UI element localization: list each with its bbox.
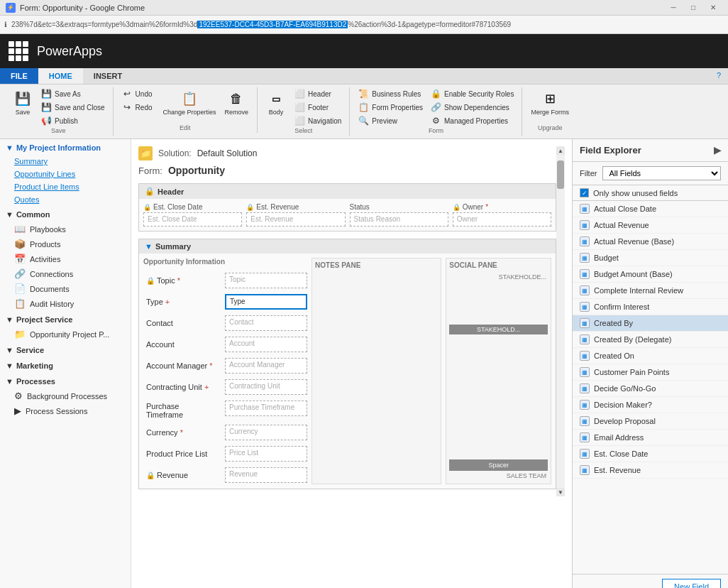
sidebar-item-opportunity-lines[interactable]: Opportunity Lines xyxy=(0,168,131,180)
form-properties-button[interactable]: 📋 Form Properties xyxy=(355,101,425,114)
preview-button[interactable]: 🔍 Preview xyxy=(355,114,425,127)
field-row-price-list[interactable]: Product Price List Price List xyxy=(143,445,307,463)
field-row-contracting-unit[interactable]: Contracting Unit + Contracting Unit xyxy=(143,378,307,396)
help-button[interactable]: ? xyxy=(710,68,728,84)
field-row-purchase-timeframe[interactable]: PurchaseTimeframe Purchase Timeframe xyxy=(143,399,307,420)
sidebar-item-products[interactable]: 📦 Products xyxy=(0,236,131,251)
fe-item-actual-close-date[interactable]: ▦ Actual Close Date xyxy=(573,201,728,217)
show-dependencies-button[interactable]: 🔗 Show Dependencies xyxy=(428,101,516,114)
change-properties-button[interactable]: 📋 Change Properties xyxy=(160,87,219,118)
fe-filter-select[interactable]: All Fields xyxy=(602,166,721,180)
address-text[interactable]: 238%7d&etc=3&extraqs=formtype%3dmain%26f… xyxy=(11,21,724,28)
footer-button[interactable]: ⬜ Footer xyxy=(292,101,343,114)
sidebar-item-process-sessions[interactable]: ▶ Process Sessions xyxy=(0,403,131,418)
status-input[interactable]: Status Reason xyxy=(350,212,448,227)
new-field-button[interactable]: New Field xyxy=(662,579,721,588)
fe-item-develop-proposal[interactable]: ▦ Develop Proposal xyxy=(573,413,728,430)
sidebar-item-background-processes[interactable]: ⚙ Background Processes xyxy=(0,388,131,403)
account-manager-input[interactable]: Account Manager xyxy=(225,358,307,374)
sidebar-item-audit-history[interactable]: 📋 Audit History xyxy=(0,296,131,311)
fe-item-decide-go-no-go[interactable]: ▦ Decide Go/No-Go xyxy=(573,381,728,397)
field-explorer-collapse[interactable]: ▶ xyxy=(714,145,721,156)
field-status[interactable]: Status Status Reason xyxy=(350,203,448,227)
scroll-thumb[interactable] xyxy=(557,160,564,189)
business-rules-button[interactable]: 📜 Business Rules xyxy=(355,87,425,100)
est-revenue-input[interactable]: Est. Revenue xyxy=(246,212,345,227)
body-button[interactable]: ▭ Body xyxy=(263,87,289,118)
fe-checkbox[interactable]: ✓ xyxy=(580,188,589,197)
fe-item-est-close-date[interactable]: ▦ Est. Close Date xyxy=(573,446,728,462)
field-row-currency[interactable]: Currency * Currency xyxy=(143,423,307,442)
sidebar-item-playbooks[interactable]: 📖 Playbooks xyxy=(0,222,131,236)
contracting-unit-input[interactable]: Contracting Unit xyxy=(225,379,307,395)
sidebar-marketing-header[interactable]: ▼ Marketing xyxy=(0,357,131,373)
revenue-input[interactable]: Revenue xyxy=(225,467,307,483)
sidebar-item-opportunity-project[interactable]: 📁 Opportunity Project P... xyxy=(0,327,131,342)
field-est-revenue[interactable]: 🔒 Est. Revenue Est. Revenue xyxy=(246,203,345,227)
undo-button[interactable]: ↩ Undo xyxy=(119,87,155,100)
navigation-button[interactable]: ⬜ Navigation xyxy=(292,114,343,127)
sidebar-project-header[interactable]: ▼ My Project Information xyxy=(0,139,131,155)
close-button[interactable]: ✕ xyxy=(704,1,722,14)
minimize-button[interactable]: ─ xyxy=(664,1,683,14)
sidebar-processes-header[interactable]: ▼ Processes xyxy=(0,373,131,388)
fe-item-created-on[interactable]: ▦ Created On xyxy=(573,348,728,364)
merge-forms-button[interactable]: ⊞ Merge Forms xyxy=(528,87,572,118)
sidebar-item-activities[interactable]: 📅 Activities xyxy=(0,251,131,266)
waffle-menu[interactable] xyxy=(9,41,28,61)
fe-item-complete-internal-review[interactable]: ▦ Complete Internal Review xyxy=(573,283,728,299)
field-est-close-date[interactable]: 🔒 Est. Close Date Est. Close Date xyxy=(143,203,242,227)
fe-item-decision-maker[interactable]: ▦ Decision Maker? xyxy=(573,397,728,413)
field-row-account[interactable]: Account Account xyxy=(143,335,307,354)
fe-item-actual-revenue-base[interactable]: ▦ Actual Revenue (Base) xyxy=(573,234,728,250)
purchase-timeframe-input[interactable]: Purchase Timeframe xyxy=(225,401,307,416)
fe-item-actual-revenue[interactable]: ▦ Actual Revenue xyxy=(573,217,728,234)
est-close-date-input[interactable]: Est. Close Date xyxy=(143,212,242,227)
sidebar-item-summary[interactable]: Summary xyxy=(0,155,131,168)
form-scrollbar[interactable]: ▲ ▼ xyxy=(556,146,565,496)
sidebar-item-product-line-items[interactable]: Product Line Items xyxy=(0,180,131,193)
managed-properties-button[interactable]: ⚙ Managed Properties xyxy=(428,114,516,127)
sidebar-project-service-header[interactable]: ▼ Project Service xyxy=(0,311,131,327)
fe-item-email-address[interactable]: ▦ Email Address xyxy=(573,430,728,446)
field-row-contact[interactable]: Contact Contact xyxy=(143,314,307,332)
owner-input[interactable]: Owner xyxy=(453,212,551,227)
fe-item-budget[interactable]: ▦ Budget xyxy=(573,250,728,266)
contact-input[interactable]: Contact xyxy=(225,315,307,331)
sidebar-item-quotes[interactable]: Quotes xyxy=(0,193,131,206)
scroll-down-arrow[interactable]: ▼ xyxy=(556,488,565,496)
field-row-account-manager[interactable]: Account Manager * Account Manager xyxy=(143,356,307,375)
price-list-input[interactable]: Price List xyxy=(225,446,307,462)
field-row-topic[interactable]: 🔒 Topic * Topic xyxy=(143,271,307,290)
fe-item-created-by-delegate[interactable]: ▦ Created By (Delegate) xyxy=(573,332,728,348)
scroll-up-arrow[interactable]: ▲ xyxy=(556,146,565,155)
field-owner[interactable]: 🔒 Owner * Owner xyxy=(453,203,551,227)
field-row-type[interactable]: Type + Type xyxy=(143,293,307,311)
tab-insert[interactable]: INSERT xyxy=(83,68,133,84)
field-row-revenue[interactable]: 🔒 Revenue Revenue xyxy=(143,466,307,484)
account-input[interactable]: Account xyxy=(225,337,307,352)
redo-button[interactable]: ↪ Redo xyxy=(119,101,155,114)
save-button[interactable]: 💾 Save xyxy=(10,87,35,118)
fe-item-budget-amount-base[interactable]: ▦ Budget Amount (Base) xyxy=(573,266,728,283)
sidebar-service-header[interactable]: ▼ Service xyxy=(0,342,131,357)
sidebar-common-header[interactable]: ▼ Common xyxy=(0,206,131,222)
security-roles-button[interactable]: 🔒 Enable Security Roles xyxy=(428,87,516,100)
currency-input[interactable]: Currency xyxy=(225,425,307,440)
fe-item-est-revenue[interactable]: ▦ Est. Revenue xyxy=(573,462,728,479)
fe-item-created-by[interactable]: ▦ Created By xyxy=(573,315,728,332)
fe-item-customer-pain-points[interactable]: ▦ Customer Pain Points xyxy=(573,364,728,381)
publish-button[interactable]: 📢 Publish xyxy=(38,114,107,127)
save-as-button[interactable]: 💾 Save As xyxy=(38,87,107,100)
type-input[interactable]: Type xyxy=(225,294,307,310)
tab-home[interactable]: HOME xyxy=(38,68,83,84)
fe-item-confirm-interest[interactable]: ▦ Confirm Interest xyxy=(573,299,728,315)
header-button[interactable]: ⬜ Header xyxy=(292,87,343,100)
save-and-close-button[interactable]: 💾 Save and Close xyxy=(38,101,107,114)
remove-button[interactable]: 🗑 Remove xyxy=(222,87,252,118)
sidebar-item-connections[interactable]: 🔗 Connections xyxy=(0,266,131,281)
tab-file[interactable]: FILE xyxy=(0,68,38,84)
topic-input[interactable]: Topic xyxy=(225,273,307,288)
window-controls[interactable]: ─ □ ✕ xyxy=(664,1,722,14)
maximize-button[interactable]: □ xyxy=(684,1,702,14)
